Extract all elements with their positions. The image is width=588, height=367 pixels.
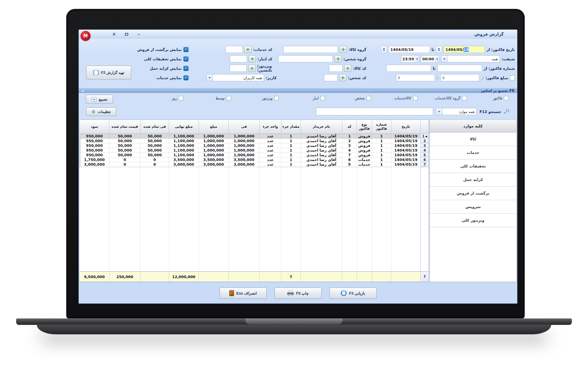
- column-header[interactable]: نوع فاکتور: [357, 120, 372, 134]
- time-from-spinner[interactable]: [435, 56, 439, 62]
- checked-checkbox-icon[interactable]: ✓: [183, 57, 188, 62]
- column-header[interactable]: فی تمام شده: [140, 120, 169, 134]
- invoice-amount-filter: مبلغ فاکتور: از 0 تا 0: [396, 74, 515, 82]
- unchecked-checkbox-icon[interactable]: [227, 96, 231, 100]
- aggregate-option[interactable]: ویزیتور: [262, 96, 279, 100]
- search-input[interactable]: [316, 108, 433, 115]
- column-header[interactable]: مبلغ نهایی: [169, 120, 198, 134]
- aggregate-header[interactable]: F8 تجمیع بر اساس ▲: [79, 88, 517, 93]
- column-header[interactable]: تاریخ: [391, 120, 420, 134]
- date-from-spinner[interactable]: [436, 46, 442, 53]
- invoice-number-from-input[interactable]: [437, 65, 482, 72]
- close-icon[interactable]: ×: [111, 31, 117, 37]
- aggregate-button[interactable]: تجمیع 32: [86, 95, 113, 104]
- chevron-down-icon[interactable]: [436, 108, 442, 115]
- print-button[interactable]: چاپ F5: [275, 288, 322, 299]
- column-header[interactable]: مقدار جزء: [281, 120, 300, 134]
- table-row[interactable]: 51404/05/191فروش7آقاي رضا احمدي1عدد1,000…: [80, 153, 429, 157]
- show-discounts-option[interactable]: ✓ نمایش تخفیفات کلی: [144, 55, 188, 63]
- aggregate-option[interactable]: شخص: [355, 96, 371, 100]
- column-header[interactable]: نام خریدار: [300, 120, 342, 134]
- aggregate-option[interactable]: کالا/خدمات: [394, 96, 417, 100]
- sidebar-header-all-items[interactable]: کلیه موارد: [430, 120, 516, 132]
- checked-checkbox-icon[interactable]: ✓: [183, 75, 188, 80]
- column-header[interactable]: واحد جزء: [259, 120, 281, 134]
- warehouse-code-add-icon[interactable]: +: [249, 55, 256, 62]
- table-row[interactable]: 21404/05/191فروش2آقاي رضا احمدي1عدد1,000…: [80, 139, 429, 143]
- restore-icon[interactable]: [123, 31, 129, 37]
- column-header[interactable]: قیمت تمام شده: [109, 120, 140, 134]
- amount-to-input[interactable]: 0: [396, 74, 435, 81]
- aggregate-option[interactable]: انبار: [313, 96, 325, 100]
- unchecked-checkbox-icon[interactable]: [462, 96, 467, 100]
- sidebar-item[interactable]: برگشت از فروش: [430, 187, 516, 200]
- checked-checkbox-icon[interactable]: ✓: [183, 47, 188, 52]
- table-row[interactable]: 61404/05/191خدمات6آقاي رضا احمدي1عدد3,50…: [80, 157, 429, 162]
- table-row[interactable]: 71404/05/191خدمات5آقاي رضا احمدي1عدد3,00…: [80, 162, 429, 167]
- unchecked-checkbox-icon[interactable]: [320, 96, 325, 100]
- service-code-input[interactable]: [225, 46, 243, 53]
- person-code-add-icon[interactable]: +: [339, 74, 346, 81]
- service-code-add-icon[interactable]: +: [244, 46, 251, 53]
- unchecked-checkbox-icon[interactable]: [510, 75, 515, 80]
- sidebar-item[interactable]: کالا: [430, 132, 516, 146]
- settings-button[interactable]: تنظیمات ⚙: [86, 107, 116, 116]
- checked-checkbox-icon[interactable]: ✓: [183, 66, 188, 71]
- amount-from-input[interactable]: 0: [440, 74, 479, 81]
- product-group-input[interactable]: [283, 46, 338, 53]
- table-row[interactable]: 41404/05/191فروش4آقاي رضا احمدي1عدد1,000…: [80, 148, 429, 153]
- date-to-spinner[interactable]: [381, 46, 387, 53]
- aggregate-option[interactable]: فاکتور: [493, 96, 508, 100]
- person-group-input[interactable]: [278, 55, 333, 62]
- unchecked-checkbox-icon[interactable]: [504, 96, 508, 100]
- sidebar-item[interactable]: سرویس: [430, 200, 516, 214]
- collapse-icon[interactable]: ▲: [82, 89, 84, 92]
- cancel-button[interactable]: انصراف Esc: [220, 288, 267, 299]
- time-to-input[interactable]: 23:59: [401, 55, 419, 62]
- unchecked-checkbox-icon[interactable]: [413, 96, 417, 100]
- search-scope-select[interactable]: همه موارد: [436, 108, 477, 115]
- user-select[interactable]: همه کاربران: [206, 74, 264, 81]
- sidebar-item[interactable]: ویزیتور کلی: [430, 214, 516, 227]
- show-services-option[interactable]: ✓ نمایش خدمات: [156, 74, 188, 82]
- warehouse-code-input[interactable]: [230, 55, 247, 62]
- sidebar-item[interactable]: کرایه حمل: [430, 173, 516, 187]
- prepare-report-button[interactable]: تهیه گزارش F2: [86, 66, 131, 79]
- unchecked-checkbox-icon[interactable]: [274, 96, 279, 100]
- product-code-input[interactable]: [329, 65, 343, 72]
- show-returns-option[interactable]: ✓ نمایش برگشت از فروش: [137, 46, 188, 53]
- unchecked-checkbox-icon[interactable]: [367, 96, 371, 100]
- chevron-down-icon[interactable]: [441, 56, 447, 62]
- person-group-add-icon[interactable]: +: [335, 55, 342, 62]
- column-header[interactable]: شماره فاکتور: [372, 120, 391, 134]
- time-from-input[interactable]: 00:00: [421, 55, 439, 62]
- unchecked-checkbox-icon[interactable]: [179, 96, 183, 100]
- date-from-input[interactable]: 1404/05/19: [444, 46, 485, 53]
- product-group-add-icon[interactable]: +: [340, 46, 347, 53]
- table-row[interactable]: ◀11404/05/191فروش1آقاي رضا احمدي1عدد1,00…: [80, 134, 429, 139]
- product-code-add-icon[interactable]: +: [344, 65, 351, 72]
- column-header[interactable]: فی: [228, 120, 259, 134]
- laptop-base: [16, 318, 572, 325]
- column-header[interactable]: سود: [79, 120, 109, 134]
- table-row[interactable]: 31404/05/191فروش3آقاي رضا احمدي1عدد1,000…: [80, 143, 429, 148]
- time-to-spinner[interactable]: [415, 56, 419, 62]
- retrieve-button[interactable]: بازیابی F3: [330, 288, 377, 299]
- aggregate-option[interactable]: گروه کالا/خدمات: [435, 96, 467, 100]
- person-code-input[interactable]: [324, 74, 338, 81]
- sidebar-item[interactable]: تخفیفات کلی: [430, 160, 516, 173]
- date-to-input[interactable]: 1404/05/19: [389, 46, 430, 53]
- aggregate-option[interactable]: توسط: [216, 96, 231, 100]
- show-freight-option[interactable]: ✓ نمایش کرایه حمل: [150, 64, 188, 72]
- visitor-add-icon[interactable]: +: [248, 65, 255, 72]
- invoice-number-to-input[interactable]: [386, 65, 431, 72]
- shift-select[interactable]: همه: [441, 55, 500, 62]
- chevron-down-icon[interactable]: [207, 74, 213, 81]
- visitor-input[interactable]: [230, 65, 247, 72]
- table-cell: 3,500,000: [169, 157, 198, 162]
- sidebar-item[interactable]: خدمات: [430, 146, 516, 160]
- minimize-icon[interactable]: –: [136, 31, 142, 37]
- column-header[interactable]: کد: [342, 120, 357, 134]
- column-header[interactable]: مبلغ: [198, 120, 228, 134]
- aggregate-option[interactable]: روز: [172, 96, 183, 100]
